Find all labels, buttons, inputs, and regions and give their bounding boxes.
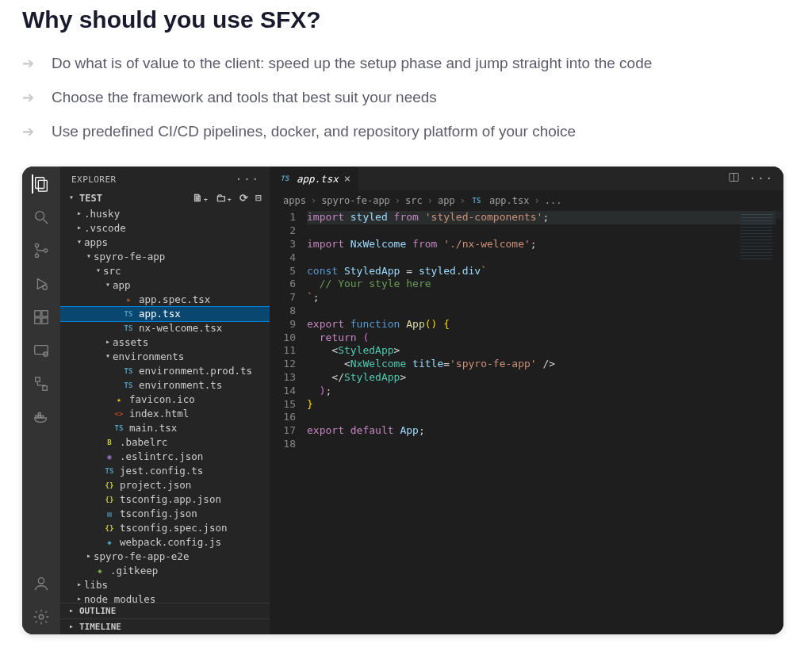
file-type-icon: TS [122, 308, 135, 320]
tree-item[interactable]: TSapp.tsx [60, 307, 270, 321]
tree-item[interactable]: ◉.eslintrc.json [60, 450, 270, 464]
tree-item[interactable]: TSnx-welcome.tsx [60, 321, 270, 335]
new-file-icon[interactable]: 🗎₊ [193, 192, 209, 204]
minimap[interactable] [737, 211, 782, 274]
file-tree[interactable]: .husky.vscodeappsspyro-fe-appsrcapp✳app.… [60, 207, 270, 603]
tree-item[interactable]: ✳app.spec.tsx [60, 293, 270, 307]
svg-rect-20 [38, 413, 40, 416]
tree-item[interactable]: TSjest.config.ts [60, 464, 270, 478]
tree-item[interactable]: TSenvironment.prod.ts [60, 364, 270, 378]
tree-item[interactable]: {}project.json [60, 478, 270, 492]
tree-item[interactable]: B.babelrc [60, 435, 270, 450]
breadcrumb-item[interactable]: spyro-fe-app [321, 195, 390, 206]
explorer-sidebar: EXPLORER ··· TEST 🗎₊ 🗀₊ ⟳ ⊟ .husky.vscod… [60, 167, 270, 634]
code-line: <NxWelcome title='spyro-fe-app' /> [307, 358, 776, 371]
code-line [307, 305, 776, 318]
split-editor-icon[interactable] [728, 171, 740, 186]
tree-item[interactable]: TSmain.tsx [60, 421, 270, 435]
tree-item[interactable]: <>index.html [60, 407, 270, 421]
line-number: 16 [270, 411, 296, 424]
line-number: 18 [270, 438, 296, 451]
line-gutter: 123456789101112131415161718 [270, 211, 307, 634]
remote-icon[interactable] [32, 341, 51, 360]
file-type-icon: ◆ [103, 536, 116, 549]
tree-item[interactable]: TSenvironment.ts [60, 378, 270, 393]
breadcrumb-item[interactable]: ... [545, 195, 562, 206]
line-number: 11 [270, 344, 296, 358]
code-line: export function App() { [307, 318, 776, 331]
code-content[interactable]: import styled from 'styled-components';i… [307, 211, 783, 634]
tree-item[interactable]: ★favicon.ico [60, 393, 270, 407]
collapse-icon[interactable]: ⊟ [255, 192, 262, 204]
tree-item[interactable]: assets [60, 335, 270, 350]
tree-item[interactable]: .husky [60, 207, 270, 221]
chevron-right-icon [75, 222, 84, 234]
breadcrumb-item[interactable]: apps [283, 195, 306, 206]
tree-item-label: .husky [84, 207, 120, 221]
close-icon[interactable]: × [344, 172, 350, 185]
more-actions-icon[interactable]: ··· [749, 172, 774, 185]
chevron-down-icon [84, 251, 94, 262]
tree-item[interactable]: node_modules [60, 592, 270, 603]
chevron-down-icon [94, 265, 103, 277]
search-icon[interactable] [32, 208, 51, 227]
workspace-root[interactable]: TEST 🗎₊ 🗀₊ ⟳ ⊟ [60, 189, 270, 207]
tree-item[interactable]: src [60, 264, 270, 278]
new-folder-icon[interactable]: 🗀₊ [216, 192, 232, 204]
tree-item[interactable]: {}tsconfig.app.json [60, 492, 270, 507]
explorer-more-icon[interactable]: ··· [236, 173, 260, 186]
accounts-icon[interactable] [32, 574, 51, 593]
timeline-section[interactable]: TIMELINE [60, 619, 270, 634]
tree-item[interactable]: spyro-fe-app [60, 250, 270, 264]
tree-item[interactable]: {}tsconfig.spec.json [60, 521, 270, 535]
chevron-right-icon [103, 336, 113, 348]
run-debug-icon[interactable] [32, 274, 51, 293]
tree-item-label: app.spec.tsx [139, 293, 210, 307]
tree-item[interactable]: environments [60, 350, 270, 364]
file-type-icon: TS [113, 422, 125, 435]
arrow-icon: ➔ [22, 52, 34, 75]
tree-item[interactable]: apps [60, 236, 270, 250]
breadcrumb-item[interactable]: app.tsx [489, 195, 530, 206]
breadcrumb-item[interactable]: src [405, 195, 423, 206]
breadcrumb-item[interactable]: app [438, 195, 455, 206]
tree-item-label: libs [84, 578, 108, 592]
breadcrumbs[interactable]: apps› spyro-fe-app› src› app› TS app.tsx… [270, 190, 783, 211]
hierarchy-icon[interactable] [32, 374, 51, 393]
refresh-icon[interactable]: ⟳ [239, 192, 248, 204]
tree-item[interactable]: spyro-fe-app-e2e [60, 550, 270, 564]
tree-item-label: environments [113, 350, 184, 364]
chevron-right-icon [84, 550, 94, 562]
file-type-icon: {} [103, 522, 116, 534]
line-number: 7 [270, 291, 296, 305]
svg-line-3 [44, 220, 48, 224]
tab-app-tsx[interactable]: TS app.tsx × [270, 167, 359, 190]
workspace-name: TEST [79, 193, 102, 204]
code-editor[interactable]: 123456789101112131415161718 import style… [270, 211, 783, 634]
line-number: 2 [270, 224, 296, 238]
line-number: 6 [270, 278, 296, 291]
file-type-icon: <> [113, 408, 125, 420]
page-title: Why should you use SFX? [22, 6, 790, 33]
outline-section[interactable]: OUTLINE [60, 603, 270, 619]
line-number: 4 [270, 251, 296, 265]
tree-item[interactable]: ◆webpack.config.js [60, 535, 270, 550]
tree-item[interactable]: libs [60, 578, 270, 592]
arrow-icon: ➔ [22, 86, 34, 109]
code-line: `; [307, 291, 776, 305]
tree-item[interactable]: app [60, 278, 270, 293]
tree-item[interactable]: ◈.gitkeep [60, 564, 270, 578]
settings-gear-icon[interactable] [32, 607, 51, 626]
svg-marker-7 [37, 279, 46, 289]
tab-label: app.tsx [297, 173, 339, 185]
tree-item-label: .gitkeep [110, 564, 158, 578]
tree-item[interactable]: .vscode [60, 221, 270, 236]
code-line [307, 251, 776, 265]
explorer-icon[interactable] [32, 174, 51, 193]
source-control-icon[interactable] [32, 241, 51, 260]
benefit-text: Choose the framework and tools that best… [52, 86, 437, 109]
extensions-icon[interactable] [32, 308, 51, 327]
tree-item[interactable]: ▤tsconfig.json [60, 507, 270, 521]
docker-icon[interactable] [32, 408, 51, 427]
file-type-icon: {} [103, 493, 116, 506]
